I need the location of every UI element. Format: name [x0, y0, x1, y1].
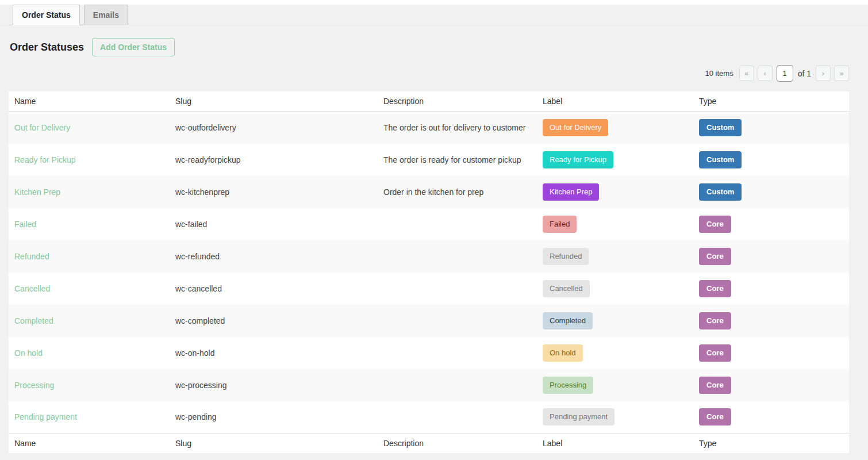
- last-page-button[interactable]: »: [834, 66, 849, 81]
- type-cell: Custom: [693, 144, 849, 176]
- column-header-label: Label: [537, 434, 693, 454]
- status-name-link[interactable]: Refunded: [14, 252, 49, 261]
- status-name-link[interactable]: Completed: [14, 316, 53, 325]
- label-cell: Completed: [537, 305, 693, 337]
- name-cell: Kitchen Prep: [9, 176, 170, 208]
- column-header-type: Type: [693, 434, 849, 454]
- description-cell: [378, 208, 537, 240]
- label-cell: Kitchen Prep: [537, 176, 693, 208]
- name-cell: Ready for Pickup: [9, 144, 170, 176]
- column-header-name: Name: [9, 91, 170, 112]
- type-cell: Core: [693, 208, 849, 240]
- type-cell: Core: [693, 369, 849, 401]
- status-name-link[interactable]: Out for Delivery: [14, 123, 70, 132]
- table-row: Processingwc-processingProcessingCore: [9, 369, 849, 401]
- status-type-badge: Core: [699, 312, 731, 329]
- slug-cell: wc-processing: [170, 369, 378, 401]
- slug-cell: wc-on-hold: [170, 337, 378, 369]
- status-type-badge: Core: [699, 216, 731, 233]
- type-cell: Core: [693, 337, 849, 369]
- status-label-badge: Completed: [543, 312, 593, 329]
- tab-order-status[interactable]: Order Status: [13, 5, 80, 25]
- slug-cell: wc-kitchenprep: [170, 176, 378, 208]
- next-page-button[interactable]: ›: [816, 66, 831, 81]
- status-type-badge: Core: [699, 344, 731, 362]
- slug-cell: wc-refunded: [170, 240, 378, 273]
- label-cell: Failed: [537, 208, 693, 240]
- type-cell: Core: [693, 240, 849, 273]
- name-cell: On hold: [9, 337, 170, 369]
- table-row: On holdwc-on-holdOn holdCore: [9, 337, 849, 369]
- slug-cell: wc-outfordelivery: [170, 112, 378, 144]
- status-name-link[interactable]: Ready for Pickup: [14, 155, 76, 164]
- prev-page-button[interactable]: ‹: [758, 66, 773, 81]
- type-cell: Core: [693, 305, 849, 337]
- status-name-link[interactable]: Kitchen Prep: [14, 187, 60, 197]
- table-row: Completedwc-completedCompletedCore: [9, 305, 849, 337]
- description-cell: The order is ready for customer pickup: [378, 144, 537, 176]
- label-cell: Refunded: [537, 240, 693, 273]
- status-label-badge: Processing: [543, 377, 593, 394]
- total-pages-label: of 1: [798, 69, 811, 78]
- column-header-name: Name: [9, 434, 170, 454]
- status-type-badge: Core: [699, 377, 731, 394]
- column-header-slug: Slug: [170, 434, 378, 454]
- settings-tab-bar: Order Status Emails: [0, 5, 868, 25]
- description-cell: Order in the kitchen for prep: [378, 176, 537, 208]
- description-cell: [378, 273, 537, 305]
- status-type-badge: Custom: [699, 119, 742, 136]
- status-label-badge: Ready for Pickup: [543, 151, 613, 168]
- status-name-link[interactable]: Cancelled: [14, 284, 50, 293]
- description-cell: [378, 401, 537, 434]
- name-cell: Refunded: [9, 240, 170, 273]
- slug-cell: wc-readyforpickup: [170, 144, 378, 176]
- table-row: Refundedwc-refundedRefundedCore: [9, 240, 849, 273]
- column-header-description: Description: [378, 434, 537, 454]
- type-cell: Core: [693, 401, 849, 434]
- description-cell: [378, 369, 537, 401]
- status-type-badge: Custom: [699, 151, 742, 168]
- label-cell: On hold: [537, 337, 693, 369]
- add-order-status-button[interactable]: Add Order Status: [92, 38, 175, 56]
- status-name-link[interactable]: Processing: [14, 381, 54, 390]
- label-cell: Processing: [537, 369, 693, 401]
- table-body: Out for Deliverywc-outfordeliveryThe ord…: [9, 112, 849, 434]
- table-row: Out for Deliverywc-outfordeliveryThe ord…: [9, 112, 849, 144]
- slug-cell: wc-pending: [170, 401, 378, 434]
- first-page-button[interactable]: «: [739, 66, 754, 81]
- table-row: Cancelledwc-cancelledCancelledCore: [9, 273, 849, 305]
- column-header-slug: Slug: [170, 91, 378, 112]
- status-type-badge: Core: [699, 248, 731, 265]
- description-cell: [378, 337, 537, 369]
- name-cell: Pending payment: [9, 401, 170, 434]
- status-label-badge: On hold: [543, 344, 583, 362]
- description-cell: [378, 240, 537, 273]
- status-label-badge: Out for Delivery: [543, 119, 608, 136]
- items-count: 10 items: [705, 69, 733, 78]
- status-label-badge: Pending payment: [543, 408, 614, 425]
- description-cell: [378, 305, 537, 337]
- label-cell: Pending payment: [537, 401, 693, 434]
- table-row: Kitchen Prepwc-kitchenprepOrder in the k…: [9, 176, 849, 208]
- name-cell: Processing: [9, 369, 170, 401]
- type-cell: Core: [693, 273, 849, 305]
- table-row: Pending paymentwc-pendingPending payment…: [9, 401, 849, 434]
- type-cell: Custom: [693, 112, 849, 144]
- table-row: Ready for Pickupwc-readyforpickupThe ord…: [9, 144, 849, 176]
- page-title: Order Statuses: [10, 41, 84, 53]
- slug-cell: wc-cancelled: [170, 273, 378, 305]
- description-cell: The order is out for delivery to custome…: [378, 112, 537, 144]
- status-name-link[interactable]: Failed: [14, 220, 36, 229]
- label-cell: Out for Delivery: [537, 112, 693, 144]
- status-name-link[interactable]: Pending payment: [14, 412, 77, 421]
- column-header-label: Label: [537, 91, 693, 112]
- status-label-badge: Refunded: [543, 248, 589, 265]
- type-cell: Custom: [693, 176, 849, 208]
- current-page-input[interactable]: [777, 65, 793, 82]
- name-cell: Completed: [9, 305, 170, 337]
- slug-cell: wc-completed: [170, 305, 378, 337]
- tab-emails[interactable]: Emails: [84, 5, 128, 25]
- status-type-badge: Core: [699, 408, 731, 425]
- status-name-link[interactable]: On hold: [14, 348, 43, 358]
- content-wrap: Order Statuses Add Order Status 10 items…: [9, 38, 849, 453]
